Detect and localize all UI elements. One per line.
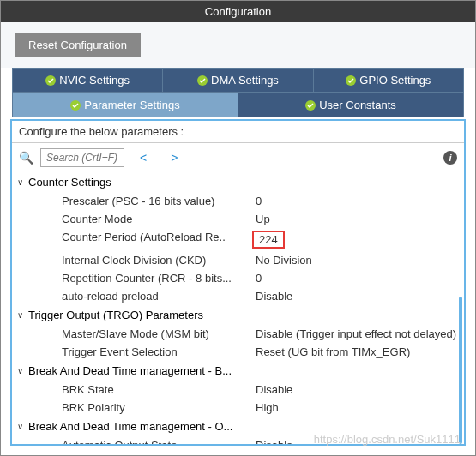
check-icon <box>197 75 208 86</box>
group-name: Counter Settings <box>28 176 111 189</box>
param-value: High <box>256 401 459 414</box>
tab-label: User Constants <box>319 99 396 111</box>
param-label: Prescaler (PSC - 16 bits value) <box>62 195 256 207</box>
param-label: Counter Period (AutoReload Re.. <box>62 231 256 249</box>
param-label: BRK State <box>62 383 256 396</box>
param-value: Disable <box>256 439 459 444</box>
param-row[interactable]: Prescaler (PSC - 16 bits value)0 <box>17 192 459 210</box>
param-row[interactable]: Master/Slave Mode (MSM bit)Disable (Trig… <box>17 325 459 343</box>
param-value: Reset (UG bit from TIMx_EGR) <box>256 345 459 358</box>
group-header[interactable]: ∨Break And Dead Time management - O... <box>17 417 459 436</box>
tab-label: Parameter Settings <box>84 99 179 111</box>
highlighted-value: 224 <box>252 231 285 249</box>
tab-nvic-settings[interactable]: NVIC Settings <box>13 69 163 92</box>
param-row[interactable]: Automatic Output StateDisable <box>17 436 459 444</box>
param-label: Repetition Counter (RCR - 8 bits... <box>62 272 256 285</box>
param-value: 0 <box>256 272 459 285</box>
chevron-down-icon: ∨ <box>17 310 23 320</box>
toolbar: Reset Configuration <box>1 22 475 68</box>
group-header[interactable]: ∨Counter Settings <box>17 172 459 192</box>
reset-configuration-button[interactable]: Reset Configuration <box>15 33 141 57</box>
chevron-down-icon: ∨ <box>17 422 23 431</box>
param-value: No Division <box>256 254 459 267</box>
tabs-row-2: Parameter Settings User Constants <box>12 93 464 117</box>
search-input[interactable] <box>40 148 124 167</box>
tabs-row-1: NVIC Settings DMA Settings GPIO Settings <box>12 68 464 93</box>
param-value: 224 <box>256 231 459 249</box>
param-row[interactable]: Counter Period (AutoReload Re..224 <box>17 228 459 251</box>
group-name: Break And Dead Time management - B... <box>28 364 232 377</box>
tab-label: DMA Settings <box>211 74 279 87</box>
param-label: Master/Slave Mode (MSM bit) <box>62 327 256 340</box>
chevron-down-icon: ∨ <box>17 177 23 187</box>
info-icon[interactable]: i <box>443 151 457 165</box>
param-value: Disable <box>256 290 459 303</box>
param-row[interactable]: Counter ModeUp <box>17 210 459 228</box>
tab-gpio-settings[interactable]: GPIO Settings <box>314 69 463 92</box>
window-title: Configuration <box>1 1 475 22</box>
param-row[interactable]: Trigger Event SelectionReset (UG bit fro… <box>17 343 459 361</box>
param-label: Automatic Output State <box>62 439 256 444</box>
param-row[interactable]: auto-reload preloadDisable <box>17 287 459 305</box>
check-icon <box>346 75 356 86</box>
param-label: auto-reload preload <box>62 290 256 303</box>
param-row[interactable]: BRK PolarityHigh <box>17 399 459 417</box>
param-label: Trigger Event Selection <box>62 345 256 358</box>
tab-parameter-settings[interactable]: Parameter Settings <box>13 93 238 117</box>
search-icon: 🔍 <box>19 151 33 165</box>
group-header[interactable]: ∨Trigger Output (TRGO) Parameters <box>17 305 459 325</box>
param-row[interactable]: Repetition Counter (RCR - 8 bits...0 <box>17 269 459 287</box>
param-value: Disable (Trigger input effect not delaye… <box>256 327 459 340</box>
param-row[interactable]: Internal Clock Division (CKD)No Division <box>17 251 459 269</box>
prev-icon[interactable]: < <box>131 151 155 165</box>
check-icon <box>305 100 316 111</box>
search-row: 🔍 < > i <box>12 143 464 172</box>
param-label: Counter Mode <box>62 213 256 225</box>
tab-label: NVIC Settings <box>59 74 130 87</box>
tab-user-constants[interactable]: User Constants <box>238 93 463 117</box>
next-icon[interactable]: > <box>162 151 186 165</box>
group-name: Trigger Output (TRGO) Parameters <box>28 309 203 321</box>
scrollbar[interactable] <box>459 297 462 444</box>
param-value: 0 <box>256 195 459 207</box>
param-label: BRK Polarity <box>62 401 256 414</box>
content-panel: Configure the below parameters : 🔍 < > i… <box>10 119 466 446</box>
tab-dma-settings[interactable]: DMA Settings <box>163 69 313 92</box>
group-header[interactable]: ∨Break And Dead Time management - B... <box>17 361 459 381</box>
group-name: Break And Dead Time management - O... <box>28 420 232 433</box>
param-label: Internal Clock Division (CKD) <box>62 254 256 267</box>
config-header-text: Configure the below parameters : <box>12 121 464 143</box>
tab-label: GPIO Settings <box>359 74 431 87</box>
param-value: Disable <box>256 383 459 396</box>
check-icon <box>70 100 81 111</box>
param-row[interactable]: BRK StateDisable <box>17 381 459 399</box>
check-icon <box>45 75 56 86</box>
param-value: Up <box>256 213 459 225</box>
chevron-down-icon: ∨ <box>17 366 23 375</box>
parameters-list: ∨Counter SettingsPrescaler (PSC - 16 bit… <box>12 172 464 444</box>
